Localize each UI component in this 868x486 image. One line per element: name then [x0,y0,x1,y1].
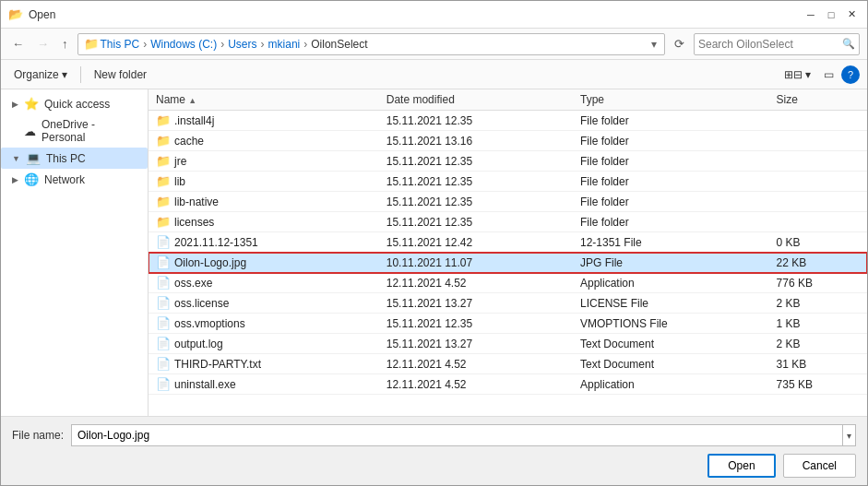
folder-icon: 📁 [156,215,171,229]
file-name: 📄oss.license [149,293,379,314]
sidebar-item-label: Network [44,173,85,186]
filename-input[interactable] [72,429,842,442]
col-type[interactable]: Type [573,89,769,111]
new-folder-button[interactable]: New folder [89,66,152,83]
file-date: 10.11.2021 11.07 [379,253,573,273]
sidebar-item-onedrive[interactable]: ▶ ☁ OneDrive - Personal [1,114,148,148]
view-controls: ⊞⊟ ▾ ▭ ? [779,65,860,84]
file-date: 15.11.2021 13.16 [379,131,573,151]
search-icon: 🔍 [842,38,855,50]
breadcrumb-folder-icon: 📁 [84,37,99,51]
file-size: 0 KB [769,232,867,253]
close-button[interactable]: ✕ [843,6,860,23]
table-row[interactable]: 📄oss.exe 12.11.2021 4.52 Application 776… [149,273,867,293]
file-icon: 📄 [156,296,171,310]
file-type: 12-1351 File [573,232,769,253]
title-bar: 📂 Open ─ □ ✕ [1,1,867,29]
quick-access-icon: ⭐ [24,97,39,111]
refresh-button[interactable]: ⟳ [671,35,688,53]
file-icon: 📄 [156,255,171,269]
file-type: File folder [573,212,769,232]
expand-arrow-this-pc-icon: ▼ [12,154,20,163]
table-row[interactable]: 📄uninstall.exe 12.11.2021 4.52 Applicati… [149,374,867,395]
col-size[interactable]: Size [769,89,867,111]
up-button[interactable]: ↑ [58,35,72,53]
file-name: 📁jre [149,151,379,172]
cancel-button[interactable]: Cancel [783,454,856,478]
minimize-button[interactable]: ─ [803,6,819,23]
file-name: 📁cache [149,131,379,151]
file-type: VMOPTIONS File [573,314,769,334]
breadcrumb-mkiani[interactable]: mkiani [268,38,301,51]
file-type: File folder [573,151,769,172]
file-size: 2 KB [769,293,867,314]
file-date: 12.11.2021 4.52 [379,273,573,293]
file-size: 31 KB [769,354,867,374]
file-name: 📄uninstall.exe [149,374,379,395]
file-name: 📄THIRD-PARTY.txt [149,354,379,374]
toolbar: Organize ▾ New folder ⊞⊟ ▾ ▭ ? [1,60,867,89]
main-content: ▶ ⭐ Quick access ▶ ☁ OneDrive - Personal… [1,89,867,416]
filename-dropdown-button[interactable]: ▾ [842,425,855,445]
file-icon: 📄 [156,276,171,290]
forward-button[interactable]: → [33,35,53,53]
sidebar-item-label: This PC [46,152,86,165]
file-date: 12.11.2021 4.52 [379,354,573,374]
table-row[interactable]: 📁licenses 15.11.2021 12.35 File folder [149,212,867,232]
folder-icon: 📁 [156,154,171,168]
open-dialog: 📂 Open ─ □ ✕ ← → ↑ 📁 This PC › Windows (… [0,0,868,486]
file-type: Text Document [573,334,769,354]
breadcrumb-users[interactable]: Users [228,38,256,51]
table-row[interactable]: 📄Oilon-Logo.jpg 10.11.2021 11.07 JPG Fil… [149,253,867,273]
file-type: LICENSE File [573,293,769,314]
file-size [769,192,867,212]
col-name[interactable]: Name ▲ [149,89,379,111]
file-size [769,212,867,232]
view-toggle-button[interactable]: ⊞⊟ ▾ [779,66,816,83]
table-row[interactable]: 📄oss.vmoptions 15.11.2021 12.35 VMOPTION… [149,314,867,334]
sidebar-item-network[interactable]: ▶ 🌐 Network [1,169,148,190]
file-size: 735 KB [769,374,867,395]
file-size [769,172,867,192]
file-table: Name ▲ Date modified Type Size 📁.install… [149,89,867,416]
sidebar-item-quick-access[interactable]: ▶ ⭐ Quick access [1,93,148,114]
breadcrumb-windows[interactable]: Windows (C:) [150,38,217,51]
table-row[interactable]: 📄THIRD-PARTY.txt 12.11.2021 4.52 Text Do… [149,354,867,374]
dialog-title: Open [29,8,55,21]
maximize-button[interactable]: □ [823,6,839,23]
table-row[interactable]: 📁lib 15.11.2021 12.35 File folder [149,172,867,192]
breadcrumb-current: OilonSelect [311,38,367,51]
help-button[interactable]: ? [841,65,860,84]
file-name: 📁lib-native [149,192,379,212]
preview-pane-button[interactable]: ▭ [818,66,839,83]
table-row[interactable]: 📄2021.11.12-1351 15.11.2021 12.42 12-135… [149,232,867,253]
col-date[interactable]: Date modified [379,89,573,111]
folder-icon: 📁 [156,195,171,208]
filename-input-wrap: ▾ [71,424,856,446]
organize-button[interactable]: Organize ▾ [8,66,73,83]
open-button[interactable]: Open [707,454,775,478]
breadcrumb-this-pc[interactable]: This PC [101,38,140,51]
bottom-bar: File name: ▾ Open Cancel [1,416,867,485]
file-type: File folder [573,111,769,131]
file-size [769,131,867,151]
sort-icon: ▲ [188,96,196,105]
file-size: 22 KB [769,253,867,273]
table-row[interactable]: 📄oss.license 15.11.2021 13.27 LICENSE Fi… [149,293,867,314]
file-name: 📁licenses [149,212,379,232]
table-row[interactable]: 📁cache 15.11.2021 13.16 File folder [149,131,867,151]
table-row[interactable]: 📄output.log 15.11.2021 13.27 Text Docume… [149,334,867,354]
expand-arrow-network-icon: ▶ [12,175,18,184]
file-date: 12.11.2021 4.52 [379,374,573,395]
table-row[interactable]: 📁jre 15.11.2021 12.35 File folder [149,151,867,172]
table-row[interactable]: 📁.install4j 15.11.2021 12.35 File folder [149,111,867,131]
file-icon: 📄 [156,337,171,350]
table-row[interactable]: 📁lib-native 15.11.2021 12.35 File folder [149,192,867,212]
sidebar-item-label: OneDrive - Personal [42,118,140,144]
sidebar-item-label: Quick access [44,98,110,111]
preview-icon: ▭ [824,68,834,81]
onedrive-icon: ☁ [24,124,36,138]
back-button[interactable]: ← [8,35,28,53]
search-input[interactable] [698,38,838,51]
sidebar-item-this-pc[interactable]: ▼ 💻 This PC [1,148,148,169]
